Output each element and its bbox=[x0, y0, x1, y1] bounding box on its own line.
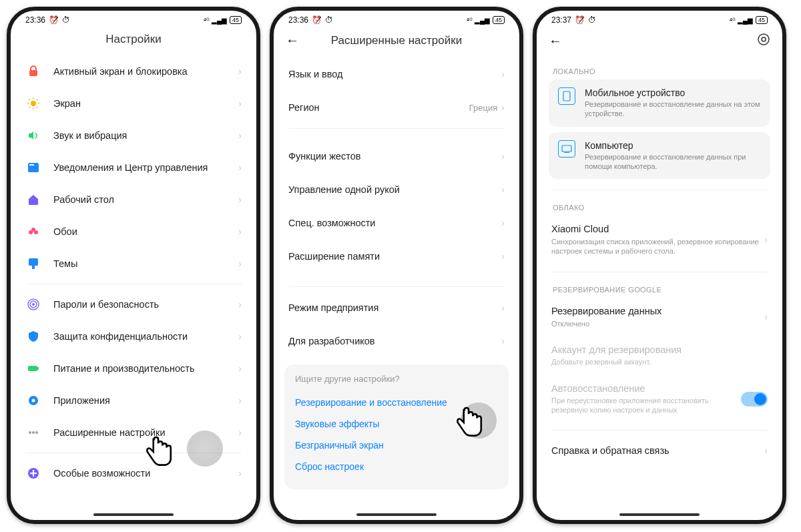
status-time: 23:36 bbox=[288, 15, 308, 25]
battery-icon: 45 bbox=[493, 16, 505, 24]
row-special-features[interactable]: Особые возможности› bbox=[13, 457, 254, 489]
title-bar: ← bbox=[537, 27, 782, 58]
status-time: 23:37 bbox=[551, 15, 571, 25]
chevron-right-icon: › bbox=[501, 251, 505, 262]
battery-icon bbox=[25, 360, 41, 376]
wand-icon bbox=[25, 465, 41, 481]
row-auto-restore: Автовосстановление При переустановке при… bbox=[539, 375, 780, 423]
card-mobile-device[interactable]: Мобильное устройствоРезервирование и вос… bbox=[549, 79, 770, 127]
clock-icon: ⏱ bbox=[588, 15, 596, 25]
section-google-backup: РЕЗЕРВИРОВАНИЕ GOOGLE bbox=[539, 276, 780, 298]
divider bbox=[288, 286, 505, 287]
row-region[interactable]: РегионГреция› bbox=[276, 91, 517, 124]
svg-point-13 bbox=[29, 230, 33, 234]
svg-line-8 bbox=[29, 107, 31, 108]
row-wallpaper[interactable]: Обои› bbox=[13, 216, 254, 248]
chevron-right-icon: › bbox=[238, 468, 242, 479]
chevron-right-icon: › bbox=[238, 226, 242, 237]
title-bar: ← Расширенные настройки bbox=[274, 27, 519, 57]
svg-point-25 bbox=[32, 431, 35, 434]
row-home-screen[interactable]: Рабочий стол› bbox=[13, 184, 254, 216]
svg-rect-31 bbox=[562, 146, 571, 152]
dots-icon bbox=[25, 425, 41, 441]
chevron-right-icon: › bbox=[501, 218, 505, 228]
home-indicator[interactable] bbox=[356, 513, 437, 516]
computer-icon bbox=[558, 140, 575, 158]
row-developer[interactable]: Для разработчиков› bbox=[276, 324, 517, 358]
chevron-right-icon: › bbox=[764, 445, 768, 456]
signal-icon: ⁴ᴳ ▂▄▆ bbox=[204, 17, 227, 24]
page-title: Настройки bbox=[23, 33, 244, 46]
link-fullscreen[interactable]: Безграничный экран bbox=[295, 435, 498, 456]
title-bar: Настройки bbox=[11, 27, 256, 55]
row-enterprise[interactable]: Режим предприятия› bbox=[276, 291, 517, 324]
svg-point-28 bbox=[758, 34, 769, 45]
watermark-avatar bbox=[187, 431, 223, 467]
svg-point-1 bbox=[31, 101, 36, 106]
lock-icon bbox=[25, 63, 41, 79]
divider bbox=[25, 284, 242, 284]
row-lock-screen[interactable]: Активный экран и блокировка› bbox=[13, 55, 254, 87]
svg-rect-15 bbox=[29, 258, 38, 266]
row-battery[interactable]: Питание и производительность› bbox=[13, 352, 254, 384]
home-indicator[interactable] bbox=[93, 513, 174, 516]
svg-point-14 bbox=[34, 230, 38, 234]
back-button[interactable]: ← bbox=[549, 33, 565, 49]
section-cloud: ОБЛАКО bbox=[539, 194, 780, 216]
gear-icon bbox=[25, 392, 41, 409]
svg-line-6 bbox=[29, 99, 31, 101]
svg-point-29 bbox=[762, 37, 766, 41]
chevron-right-icon: › bbox=[764, 312, 768, 322]
phone-advanced: 23:36⏰̸⏱ ⁴ᴳ ▂▄▆45 ← Расширенные настройк… bbox=[270, 7, 523, 524]
alarm-icon: ⏰̸ bbox=[49, 15, 59, 25]
alarm-icon: ⏰̸ bbox=[575, 15, 585, 25]
row-notifications[interactable]: Уведомления и Центр управления› bbox=[13, 152, 254, 184]
chevron-right-icon: › bbox=[238, 194, 242, 205]
row-sound[interactable]: Звук и вибрация› bbox=[13, 119, 254, 152]
chevron-right-icon: › bbox=[238, 299, 242, 310]
auto-restore-toggle[interactable] bbox=[741, 392, 768, 407]
status-bar: 23:36 ⏰̸ ⏱ ⁴ᴳ ▂▄▆ 45 bbox=[11, 11, 256, 27]
card-computer[interactable]: КомпьютерРезервирование и восстановление… bbox=[549, 132, 770, 180]
chevron-right-icon: › bbox=[238, 363, 242, 374]
row-privacy[interactable]: Защита конфиденциальности› bbox=[13, 320, 254, 352]
row-backup-data[interactable]: Резервирование данных Отключено › bbox=[539, 298, 780, 336]
row-gestures[interactable]: Функции жестов› bbox=[276, 140, 517, 173]
row-passwords[interactable]: Пароли и безопасность› bbox=[13, 288, 254, 320]
chevron-right-icon: › bbox=[238, 395, 242, 406]
region-value: Греция bbox=[469, 103, 498, 113]
chevron-right-icon: › bbox=[238, 427, 242, 438]
link-factory-reset[interactable]: Сброс настроек bbox=[295, 456, 498, 477]
row-themes[interactable]: Темы› bbox=[13, 248, 254, 280]
search-hint: Ищите другие настройки? bbox=[295, 374, 498, 384]
row-memory-extension[interactable]: Расширение памяти› bbox=[276, 240, 517, 273]
chevron-right-icon: › bbox=[764, 234, 768, 245]
status-time: 23:36 bbox=[25, 15, 45, 25]
battery-icon: 45 bbox=[756, 16, 768, 24]
chevron-right-icon: › bbox=[501, 302, 505, 313]
row-one-handed[interactable]: Управление одной рукой› bbox=[276, 173, 517, 206]
svg-point-23 bbox=[32, 399, 35, 403]
svg-line-9 bbox=[37, 99, 38, 101]
settings-list[interactable]: Активный экран и блокировка› Экран› Звук… bbox=[11, 55, 256, 505]
clock-icon: ⏱ bbox=[62, 15, 70, 25]
row-accessibility[interactable]: Спец. возможности› bbox=[276, 206, 517, 240]
status-bar: 23:36⏰̸⏱ ⁴ᴳ ▂▄▆45 bbox=[274, 11, 519, 27]
chevron-right-icon: › bbox=[238, 130, 242, 141]
row-help-feedback[interactable]: Справка и обратная связь › bbox=[539, 435, 780, 467]
battery-icon: 45 bbox=[230, 16, 242, 24]
row-language[interactable]: Язык и ввод› bbox=[276, 57, 517, 91]
clock-icon: ⏱ bbox=[325, 15, 333, 25]
home-indicator[interactable] bbox=[619, 513, 700, 516]
svg-rect-0 bbox=[29, 70, 37, 76]
volume-icon bbox=[25, 127, 41, 144]
watermark-avatar bbox=[461, 403, 497, 439]
settings-gear-button[interactable] bbox=[754, 33, 770, 49]
row-display[interactable]: Экран› bbox=[13, 87, 254, 119]
row-apps[interactable]: Приложения› bbox=[13, 384, 254, 417]
divider bbox=[288, 128, 505, 129]
backup-content[interactable]: ЛОКАЛЬНО Мобильное устройствоРезервирова… bbox=[537, 58, 782, 507]
advanced-list[interactable]: Язык и ввод› РегионГреция› Функции жесто… bbox=[274, 57, 519, 507]
row-xiaomi-cloud[interactable]: Xiaomi Cloud Синхронизация списка прилож… bbox=[539, 216, 780, 264]
phone-settings: 23:36 ⏰̸ ⏱ ⁴ᴳ ▂▄▆ 45 Настройки Активный … bbox=[7, 7, 260, 524]
